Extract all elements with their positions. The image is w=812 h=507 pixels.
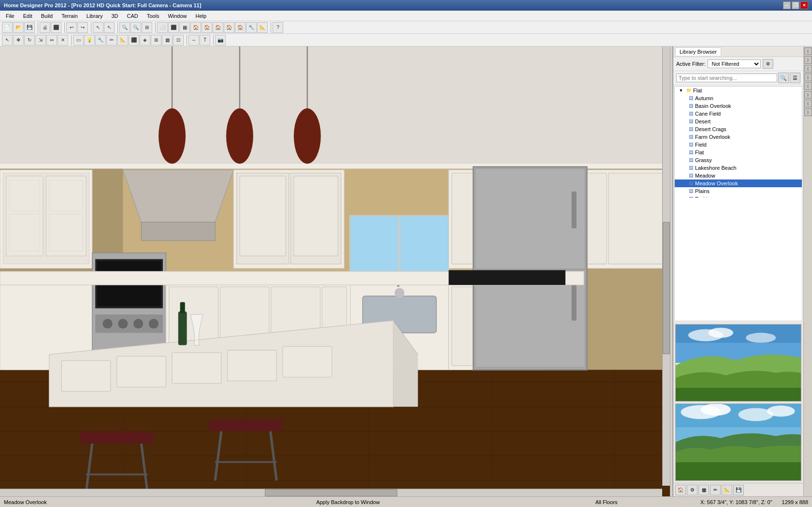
preview-image-1[interactable]	[675, 324, 801, 402]
tb2-text[interactable]: T	[200, 35, 210, 45]
tb2-select[interactable]: ↖	[2, 35, 13, 45]
search-input[interactable]	[676, 74, 777, 82]
viewport-vscroll[interactable]	[662, 46, 670, 486]
tb2-wall[interactable]: ▭	[73, 35, 84, 45]
tb2-dim[interactable]: ↔	[188, 35, 199, 45]
pb-btn-5[interactable]: 📐	[722, 485, 732, 495]
lib-browser-title[interactable]: Library Browser	[675, 47, 721, 56]
tb2-btn4[interactable]: ✏	[106, 35, 117, 45]
menu-help[interactable]: Help	[192, 12, 211, 20]
search-button[interactable]: 🔍	[778, 73, 789, 83]
tb2-btn5[interactable]: 📐	[117, 35, 128, 45]
tree-item-prairie[interactable]: 🖼 Prairie	[675, 195, 802, 198]
restore-button[interactable]: ❒	[792, 1, 799, 9]
edge-btn-1[interactable]: ⟨	[804, 47, 812, 55]
tb-redo[interactable]: ↪	[77, 22, 88, 33]
tb-3d-5[interactable]: 🏠	[202, 22, 212, 33]
tree-item-desert-crags[interactable]: 🖼 Desert Crags	[675, 125, 802, 133]
edge-btn-8[interactable]: ⟩	[804, 108, 812, 116]
menu-build[interactable]: Build	[37, 12, 57, 20]
tb-3d-9[interactable]: 🔧	[246, 22, 257, 33]
tb-btn2[interactable]: ⬛	[51, 22, 61, 33]
filter-options-button[interactable]: ⚙	[763, 59, 773, 69]
tree-root-flat[interactable]: ▼ 📁 Flat	[675, 87, 802, 94]
tree-item-flat[interactable]: 🖼 Flat	[675, 149, 802, 156]
tree-item-cane-field[interactable]: 🖼 Cane Field	[675, 110, 802, 118]
tb2-btn7[interactable]: ◈	[140, 35, 150, 45]
menu-terrain[interactable]: Terrain	[58, 12, 82, 20]
tree-item-farm-overlook[interactable]: 🖼 Farm Overlook	[675, 133, 802, 141]
menu-3d[interactable]: 3D	[107, 12, 122, 20]
tb2-btn6[interactable]: ⬛	[129, 35, 139, 45]
tree-item-lakeshore-beach[interactable]: 🖼 Lakeshore Beach	[675, 164, 802, 172]
status-bar: Meadow Overlook Apply Backdrop to Window…	[0, 496, 812, 507]
tb-3d-7[interactable]: 🏠	[224, 22, 234, 33]
tb-3d-8[interactable]: 🏠	[235, 22, 246, 33]
tb2-scale[interactable]: ⇲	[35, 35, 46, 45]
hscroll-thumb[interactable]	[265, 489, 397, 496]
tb-undo[interactable]: ↩	[66, 22, 77, 33]
minimize-button[interactable]: −	[783, 1, 791, 9]
tb2-light[interactable]: 💡	[84, 35, 95, 45]
preview-image-2[interactable]	[675, 403, 801, 481]
search-options-button[interactable]: ☰	[790, 73, 800, 83]
tb-open[interactable]: 📂	[13, 22, 24, 33]
menu-tools[interactable]: Tools	[143, 12, 163, 20]
close-button[interactable]: ✕	[800, 1, 808, 9]
menu-cad[interactable]: CAD	[123, 12, 142, 20]
edge-btn-2[interactable]: ⟩	[804, 56, 812, 64]
tb-3d-6[interactable]: 🏠	[213, 22, 223, 33]
filter-select[interactable]: Not Filtered	[708, 60, 761, 68]
tree-item-meadow[interactable]: 🖼 Meadow	[675, 172, 802, 179]
tree-item-desert[interactable]: 🖼 Desert	[675, 118, 802, 125]
tb-pointer[interactable]: ↖	[104, 22, 115, 33]
tb-new[interactable]: 📄	[2, 22, 13, 33]
edge-btn-6[interactable]: ⟩	[804, 91, 812, 99]
edge-btn-4[interactable]: ⟩	[804, 74, 812, 81]
tree-item-plains[interactable]: 🖼 Plains	[675, 187, 802, 195]
tree-item-field[interactable]: 🖼 Field	[675, 141, 802, 149]
tb-print[interactable]: 🖨	[40, 22, 50, 33]
tree-item-grassy[interactable]: 🖼 Grassy	[675, 156, 802, 164]
tb2-btn8[interactable]: ⊞	[151, 35, 161, 45]
viewport[interactable]	[0, 46, 670, 496]
tb2-rotate[interactable]: ↻	[24, 35, 35, 45]
tb-help[interactable]: ?	[273, 22, 283, 33]
tree-item-meadow-overlook[interactable]: 🖼 Meadow Overlook	[675, 179, 802, 187]
menu-library[interactable]: Library	[83, 12, 107, 20]
tb-select[interactable]: ↖	[93, 22, 103, 33]
pb-btn-3[interactable]: ▦	[698, 485, 709, 495]
tb-fullview[interactable]: ⊞	[142, 22, 152, 33]
pb-btn-1[interactable]: 🏠	[675, 485, 686, 495]
tb2-delete[interactable]: ✕	[58, 35, 68, 45]
menu-window[interactable]: Window	[164, 12, 190, 20]
edge-btn-7[interactable]: ⟨	[804, 100, 812, 107]
tb2-btn3[interactable]: 🔧	[95, 35, 106, 45]
viewport-hscroll[interactable]	[0, 489, 662, 496]
tb2-move[interactable]: ✥	[13, 35, 24, 45]
tb2-btn10[interactable]: ⊡	[173, 35, 184, 45]
pb-btn-4[interactable]: ✏	[710, 485, 721, 495]
tb2-camera[interactable]: 📷	[215, 35, 226, 45]
tb-zoom[interactable]: 🔍	[119, 22, 130, 33]
tb-3d-4[interactable]: 🏠	[190, 22, 201, 33]
menu-edit[interactable]: Edit	[19, 12, 36, 20]
tree-scroll-area[interactable]: ▼ 📁 Flat 🖼 Autumn 🖼 Basin Overlook	[675, 87, 802, 198]
library-tree[interactable]: ▼ 📁 Flat 🖼 Autumn 🖼 Basin Overlook	[674, 86, 802, 321]
tb-zoom2[interactable]: 🔍	[130, 22, 141, 33]
tb-3d-2[interactable]: ⬛	[168, 22, 179, 33]
tree-item-basin-overlook[interactable]: 🖼 Basin Overlook	[675, 102, 802, 110]
tb-3d-1[interactable]: ⬜	[157, 22, 168, 33]
pb-btn-2[interactable]: ⚙	[687, 485, 697, 495]
tb2-mirror[interactable]: ⇔	[46, 35, 57, 45]
tb2-btn9[interactable]: ▦	[162, 35, 173, 45]
edge-btn-5[interactable]: ⟨	[804, 82, 812, 90]
pb-btn-6[interactable]: 💾	[733, 485, 744, 495]
edge-btn-3[interactable]: ⟨	[804, 65, 812, 73]
tb-save[interactable]: 💾	[24, 22, 35, 33]
tree-item-autumn[interactable]: 🖼 Autumn	[675, 94, 802, 102]
menu-file[interactable]: File	[2, 12, 18, 20]
tb-3d-10[interactable]: 📐	[257, 22, 268, 33]
vscroll-thumb[interactable]	[663, 222, 670, 354]
tb-3d-3[interactable]: ▦	[179, 22, 190, 33]
